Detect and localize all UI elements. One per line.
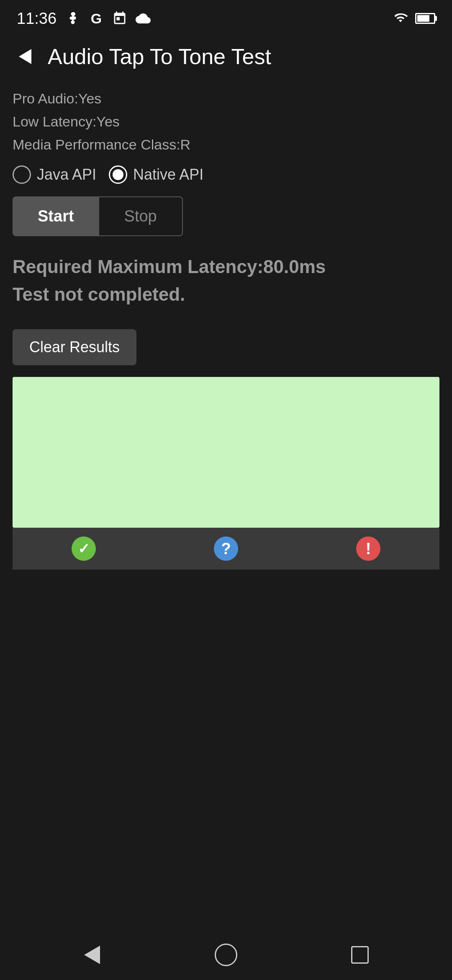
check-circle-icon: ✓ xyxy=(72,536,96,561)
radio-java-label: Java API xyxy=(37,166,96,183)
wifi-icon xyxy=(392,11,409,26)
status-icons: G xyxy=(64,10,152,27)
unknown-button[interactable]: ? xyxy=(155,528,297,570)
back-button[interactable] xyxy=(13,44,38,69)
stop-button[interactable]: Stop xyxy=(99,196,183,236)
status-time: 11:36 xyxy=(17,10,56,28)
media-performance-info: Media Performance Class:R xyxy=(13,134,439,155)
low-latency-info: Low Latency:Yes xyxy=(13,111,439,132)
pro-audio-info: Pro Audio:Yes xyxy=(13,88,439,109)
nav-home-icon xyxy=(215,944,237,966)
status-bar: 11:36 G xyxy=(0,0,452,34)
content: Pro Audio:Yes Low Latency:Yes Media Perf… xyxy=(0,80,452,578)
radio-java-circle xyxy=(13,165,31,184)
radio-group: Java API Native API xyxy=(13,165,439,184)
question-mark-icon: ? xyxy=(221,540,231,558)
radio-native-circle xyxy=(109,165,127,184)
exclamation-mark-icon: ! xyxy=(366,540,371,558)
radio-native-label: Native API xyxy=(133,166,203,183)
status-message: Required Maximum Latency:80.0ms Test not… xyxy=(13,253,439,308)
fan-icon xyxy=(64,10,82,27)
check-mark-icon: ✓ xyxy=(78,540,90,557)
nav-recent-button[interactable] xyxy=(343,938,377,972)
battery-icon xyxy=(415,13,435,24)
back-arrow-icon xyxy=(19,49,31,64)
nav-bar xyxy=(0,930,452,980)
fail-button[interactable]: ! xyxy=(297,528,439,570)
cloud-icon xyxy=(134,10,152,27)
start-button[interactable]: Start xyxy=(13,196,99,236)
radio-java-api[interactable]: Java API xyxy=(13,165,96,184)
result-area xyxy=(13,377,439,528)
latency-message: Required Maximum Latency:80.0ms xyxy=(13,253,439,281)
nav-home-button[interactable] xyxy=(209,938,243,972)
nav-recent-icon xyxy=(351,946,369,964)
nav-back-button[interactable] xyxy=(75,938,109,972)
status-right xyxy=(392,11,435,26)
radio-native-api[interactable]: Native API xyxy=(109,165,203,184)
nav-back-icon xyxy=(84,946,100,964)
pass-button[interactable]: ✓ xyxy=(13,528,155,570)
app-bar: Audio Tap To Tone Test xyxy=(0,34,452,80)
app-title: Audio Tap To Tone Test xyxy=(48,44,271,69)
status-left: 11:36 G xyxy=(17,10,152,28)
action-buttons: ✓ ? ! xyxy=(13,528,439,570)
question-circle-icon: ? xyxy=(214,536,238,561)
google-icon: G xyxy=(87,10,105,27)
buttons-row: Start Stop xyxy=(13,196,439,236)
clear-results-button[interactable]: Clear Results xyxy=(13,329,136,365)
calendar-icon xyxy=(111,10,128,27)
completion-message: Test not completed. xyxy=(13,281,439,308)
warning-circle-icon: ! xyxy=(356,536,380,561)
